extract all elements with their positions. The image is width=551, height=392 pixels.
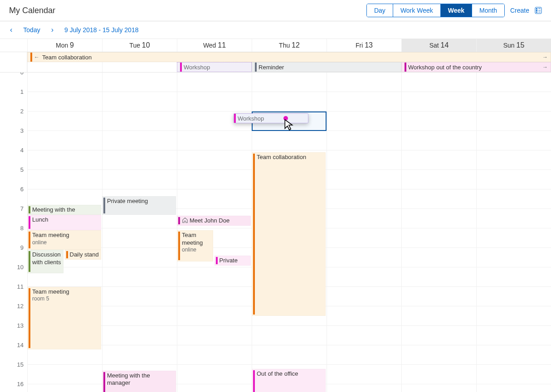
calendar-event[interactable]: Team meetingonline [27, 230, 101, 250]
hour-label: 10 [0, 264, 27, 283]
calendar-event[interactable]: Meet John Doe [177, 216, 251, 226]
svg-rect-5 [538, 10, 541, 10]
svg-rect-6 [538, 12, 541, 12]
hour-label: 5 [0, 166, 27, 186]
hour-label: 8 [0, 225, 27, 244]
allday-event-workshop[interactable]: Workshop [177, 62, 252, 72]
allday-event[interactable]: ←Team collaboration→ [27, 52, 551, 62]
hour-label: 14 [0, 342, 27, 361]
calendar-event[interactable]: Team collaboration [252, 152, 326, 316]
view-month[interactable]: Month [472, 4, 504, 17]
svg-rect-1 [536, 8, 537, 10]
calendar-event[interactable]: Meeting with the manager [102, 371, 176, 392]
grid-columns[interactable]: WorkshopMeeting with the managerLunchTea… [27, 73, 551, 392]
hour-label: 16 [0, 381, 27, 392]
prev-arrow-icon[interactable]: ‹ [10, 26, 12, 34]
page-title: My Calendar [9, 6, 55, 15]
hour-label: 0 [0, 73, 27, 88]
svg-rect-4 [538, 8, 541, 9]
day-header[interactable]: Thu 12 [252, 39, 327, 52]
hour-label: 1 [0, 88, 27, 108]
all-day-zone: ←Team collaboration→ WorkshopReminderWor… [0, 52, 551, 73]
view-toggle: DayWork WeekWeekMonth [366, 4, 505, 17]
view-work-week[interactable]: Work Week [393, 4, 441, 17]
day-header[interactable]: Sat 14 [401, 39, 476, 52]
hour-label: 12 [0, 303, 27, 322]
time-axis: 012345678910111213141516 [0, 73, 27, 392]
create-button[interactable]: Create [510, 7, 529, 14]
hour-label: 4 [0, 147, 27, 166]
allday-event[interactable]: Reminder [252, 62, 401, 72]
day-header-row: Mon 9Tue 10Wed 11Thu 12Fri 13Sat 14Sun 1… [0, 39, 551, 52]
hour-label: 3 [0, 127, 27, 147]
day-column[interactable] [327, 73, 401, 392]
nav-row: ‹ Today › 9 July 2018 - 15 July 2018 [0, 21, 551, 39]
today-button[interactable]: Today [23, 26, 40, 34]
time-axis-header [0, 39, 27, 52]
svg-rect-3 [536, 12, 537, 13]
hour-label: 2 [0, 108, 27, 127]
calendar-grid: Mon 9Tue 10Wed 11Thu 12Fri 13Sat 14Sun 1… [0, 39, 551, 392]
day-header[interactable]: Mon 9 [27, 39, 102, 52]
calendar-event[interactable]: Out of the office [252, 369, 326, 392]
next-arrow-icon[interactable]: › [51, 26, 54, 34]
calendar-event[interactable]: Team meetingroom 5 [27, 287, 101, 349]
svg-rect-2 [536, 10, 537, 11]
day-column[interactable] [401, 73, 476, 392]
calendar-event[interactable]: Private mee [215, 256, 251, 266]
header-bar: My Calendar DayWork WeekWeekMonth Create [0, 0, 551, 21]
calendar-event[interactable]: Lunch [27, 215, 101, 230]
calendar-event[interactable]: Daily stand [65, 250, 101, 260]
calendar-event[interactable]: Private meeting [102, 196, 176, 215]
date-range-label: 9 July 2018 - 15 July 2018 [64, 26, 138, 34]
day-column[interactable] [102, 73, 177, 392]
view-week[interactable]: Week [441, 4, 472, 17]
day-column[interactable] [476, 73, 551, 392]
hour-label: 6 [0, 186, 27, 205]
header-actions: DayWork WeekWeekMonth Create [366, 4, 542, 17]
day-header[interactable]: Wed 11 [177, 39, 252, 52]
hour-label: 7 [0, 205, 27, 225]
hour-label: 15 [0, 361, 27, 381]
legend-icon[interactable] [535, 7, 542, 14]
day-header[interactable]: Sun 15 [476, 39, 551, 52]
calendar-event[interactable]: Discussion with clients [27, 250, 63, 273]
day-header[interactable]: Tue 10 [102, 39, 177, 52]
day-header[interactable]: Fri 13 [327, 39, 401, 52]
view-day[interactable]: Day [367, 4, 393, 17]
grid-body: 012345678910111213141516 WorkshopMeeting… [0, 73, 551, 392]
hour-label: 11 [0, 283, 27, 303]
hour-label: 13 [0, 322, 27, 342]
calendar-event[interactable]: Meeting with the manager [27, 205, 101, 215]
allday-event[interactable]: Workshop out of the country→ [401, 62, 551, 72]
calendar-event[interactable]: Team meetingonline [177, 230, 213, 261]
drag-ghost-event[interactable]: Workshop [234, 113, 308, 123]
hour-label: 9 [0, 244, 27, 264]
